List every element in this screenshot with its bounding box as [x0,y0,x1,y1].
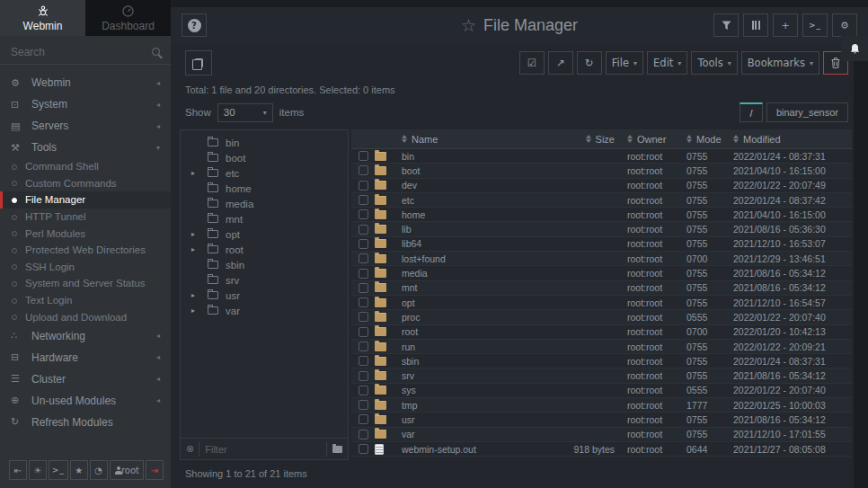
table-row[interactable]: etc root:root 0755 2022/01/24 - 08:37:42 [351,193,852,208]
sort-by-mode[interactable]: Mode [686,134,733,145]
row-checkbox[interactable] [359,165,368,175]
page-size-select[interactable]: 30 ▾ [217,103,273,122]
breadcrumb-current-button[interactable]: binary_sensor [766,102,848,122]
tree-directory-item[interactable]: home [181,181,348,196]
tree-directory-item[interactable]: boot [181,150,348,165]
file-name[interactable]: dev [402,180,533,191]
tree-directory-item[interactable]: ▸ root [181,242,348,257]
sidebar-menu-item[interactable]: ⊟ Hardware ◂ [0,347,171,368]
expand-caret-icon[interactable]: ▸ [191,291,202,299]
collapse-sidebar-button[interactable]: ⇤ [9,460,27,480]
sidebar-menu-item[interactable]: Command Shell [0,158,171,175]
file-name[interactable]: sys [402,385,533,395]
file-name[interactable]: home [402,209,533,220]
tree-directory-item[interactable]: mnt [181,211,348,226]
table-row[interactable]: media root:root 0755 2021/08/16 - 05:34:… [351,266,852,280]
file-name[interactable]: boot [402,165,533,176]
sidebar-menu-item[interactable]: ↻ Refresh Modules [0,412,171,433]
table-row[interactable]: mnt root:root 0755 2021/08/16 - 05:34:12 [351,281,852,296]
theme-toggle-button[interactable]: ☀ [29,460,47,480]
tree-directory-item[interactable]: ▸ opt [181,226,348,242]
file-name[interactable]: usr [402,414,533,425]
sidebar-menu-item[interactable]: File Manager [0,191,171,209]
table-row[interactable]: lib64 root:root 0755 2021/12/10 - 16:53:… [351,237,852,252]
file-name[interactable]: run [402,342,533,352]
file-name[interactable]: media [402,268,533,279]
row-checkbox[interactable] [359,269,368,279]
table-row[interactable]: tmp root:root 1777 2022/01/25 - 10:00:03 [351,398,852,413]
table-row[interactable]: sys root:root 0555 2022/01/22 - 20:07:40 [351,384,852,398]
table-row[interactable]: bin root:root 0755 2022/01/24 - 08:37:31 [351,149,852,164]
table-row[interactable]: lost+found root:root 0700 2021/12/29 - 1… [351,252,852,266]
table-row[interactable]: usr root:root 0755 2021/08/16 - 05:34:12 [351,413,852,427]
sidebar-menu-item[interactable]: ⊕ Un-used Modules ◂ [0,390,171,412]
share-button[interactable]: ↗ [548,51,573,75]
columns-button[interactable] [743,13,768,37]
bookmarks-menu-button[interactable]: Bookmarks ▾ [741,51,819,75]
table-row[interactable]: home root:root 0755 2021/04/10 - 16:15:0… [351,208,852,222]
file-name[interactable]: opt [402,297,533,308]
tree-directory-item[interactable]: media [181,196,348,211]
row-checkbox[interactable] [359,356,368,366]
table-row[interactable]: proc root:root 0555 2022/01/22 - 20:07:4… [351,310,852,324]
file-name[interactable]: lib64 [402,238,533,249]
copy-path-button[interactable] [185,50,212,75]
tree-directory-item[interactable]: ▸ var [181,303,348,318]
expand-caret-icon[interactable]: ▸ [191,306,202,315]
refresh-button[interactable]: ↻ [577,51,602,75]
tree-folder-button[interactable] [326,442,342,457]
table-row[interactable]: dev root:root 0755 2022/01/22 - 20:07:49 [351,179,852,193]
table-row[interactable]: sbin root:root 0755 2022/01/24 - 08:37:3… [351,354,852,368]
sidebar-menu-item[interactable]: Text Login [0,292,171,309]
sidebar-menu-item[interactable]: ⊡ System ◂ [0,93,171,115]
file-name[interactable]: tmp [402,400,533,411]
sidebar-menu-item[interactable]: Protected Web Directories [0,242,171,259]
breadcrumb-root-button[interactable]: / [740,102,763,122]
sidebar-menu-item[interactable]: ☰ Cluster ◂ [0,368,171,390]
sidebar-menu-item[interactable]: ∴ Networking ◂ [0,325,171,347]
sidebar-menu-item[interactable]: SSH Login [0,259,171,276]
table-row[interactable]: webmin-setup.out 918 bytes root:root 064… [351,442,852,457]
sidebar-menu-item[interactable]: Perl Modules [0,225,171,242]
row-checkbox[interactable] [359,444,368,454]
expand-caret-icon[interactable]: ▸ [191,245,202,253]
sidebar-menu-item[interactable]: Upload and Download [0,308,171,325]
file-menu-button[interactable]: File ▾ [606,51,643,75]
row-checkbox[interactable] [359,371,368,381]
row-checkbox[interactable] [359,414,368,424]
row-checkbox[interactable] [359,327,368,337]
file-name[interactable]: root [402,326,533,337]
sort-by-name[interactable]: Name [402,134,533,145]
user-button[interactable]: root [110,460,144,480]
sort-by-owner[interactable]: Owner [627,134,686,145]
file-name[interactable]: proc [402,312,533,323]
sidebar-menu-item[interactable]: System and Server Status [0,275,171,292]
row-checkbox[interactable] [359,400,368,410]
row-checkbox[interactable] [359,342,368,351]
language-button[interactable]: ◔ [90,460,108,480]
sidebar-menu-item[interactable]: ⚒ Tools ▾ [0,137,171,158]
edit-menu-button[interactable]: Edit ▾ [647,51,687,75]
favorites-button[interactable]: ★ [70,460,88,480]
file-name[interactable]: lib [402,224,533,235]
file-name[interactable]: webmin-setup.out [402,444,533,455]
search-input[interactable] [11,46,152,58]
row-checkbox[interactable] [359,181,368,191]
tree-directory-item[interactable]: bin [181,135,348,150]
row-checkbox[interactable] [359,151,368,161]
favorite-star-icon[interactable]: ☆ [461,15,476,35]
row-checkbox[interactable] [359,225,368,235]
sidebar-menu-item[interactable]: HTTP Tunnel [0,209,171,226]
sidebar-menu-item[interactable]: Custom Commands [0,175,171,192]
tools-menu-button[interactable]: Tools ▾ [691,51,737,75]
expand-caret-icon[interactable]: ▸ [191,230,202,238]
row-checkbox[interactable] [359,209,368,219]
sidebar-menu-item[interactable]: ▤ Servers ◂ [0,115,171,137]
file-name[interactable]: srv [402,370,533,381]
tree-directory-item[interactable]: ▸ etc [181,165,348,181]
tree-directory-item[interactable]: ▸ usr [181,288,348,303]
file-name[interactable]: mnt [402,282,533,293]
filter-button[interactable] [713,13,739,37]
table-row[interactable]: srv root:root 0755 2021/08/16 - 05:34:12 [351,368,852,383]
notifications-button[interactable] [841,36,868,61]
